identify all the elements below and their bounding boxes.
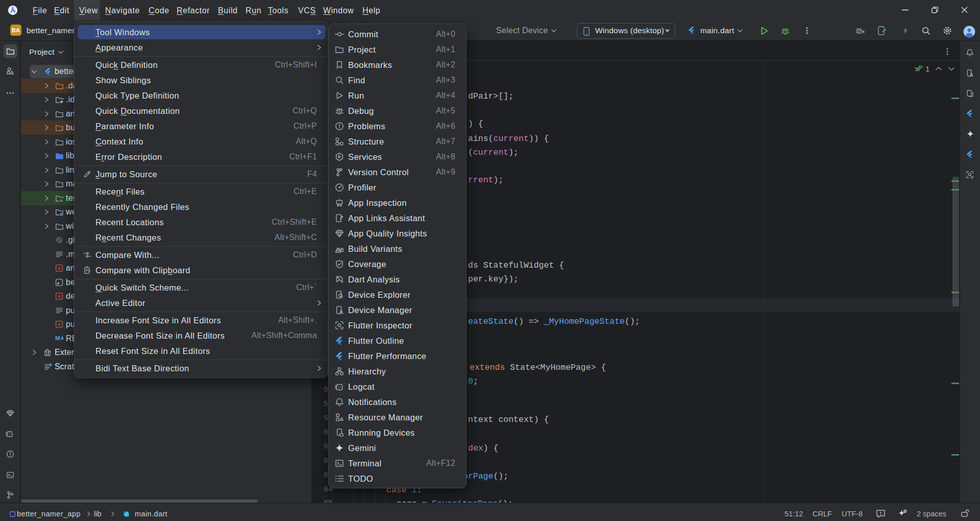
svg-text:M: M [55, 335, 60, 341]
svg-text:Y: Y [58, 266, 61, 271]
svg-text:Y: Y [58, 322, 61, 327]
svg-text:Y: Y [58, 294, 61, 299]
